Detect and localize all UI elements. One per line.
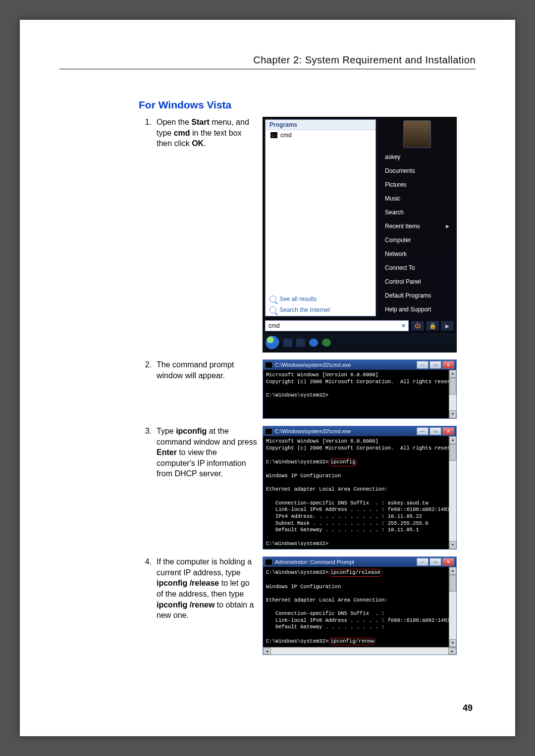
start-search-input[interactable]: cmd × <box>265 320 409 331</box>
console-icon <box>265 559 272 565</box>
step-2: 2. The command prompt window will appear… <box>139 359 476 419</box>
search-input-value: cmd <box>268 322 280 329</box>
program-item-cmd[interactable]: C:\ cmd <box>266 130 375 140</box>
start-menu-right-pane: askey Documents Pictures Music Search Re… <box>378 117 456 318</box>
vista-start-menu: Programs C:\ cmd See all results <box>263 117 457 353</box>
maximize-button[interactable]: ▭ <box>429 361 441 369</box>
see-all-results[interactable]: See all results <box>266 294 375 304</box>
nav-default-programs[interactable]: Default Programs <box>380 289 454 302</box>
header-rule <box>59 69 476 69</box>
minimize-button[interactable]: — <box>417 427 428 435</box>
user-avatar <box>403 120 431 148</box>
program-item-label: cmd <box>280 132 292 139</box>
step-number: 2. <box>139 359 157 381</box>
console-icon: C:\ <box>270 132 277 138</box>
nav-pictures[interactable]: Pictures <box>380 178 454 192</box>
nav-control-panel[interactable]: Control Panel <box>380 275 454 289</box>
vertical-scrollbar[interactable]: ▲ ▼ <box>449 567 456 647</box>
horizontal-scrollbar[interactable]: ◀▶ <box>263 647 456 655</box>
step-number: 1. <box>139 117 157 149</box>
cmd-output: Microsoft Windows [Version 6.0.6000] Cop… <box>263 436 456 549</box>
nav-connect-to[interactable]: Connect To <box>380 261 454 275</box>
power-icon: ⏻ <box>415 322 421 329</box>
chevron-right-icon: ▶ <box>445 323 449 329</box>
highlight-ipconfig: ipconfig <box>328 458 357 466</box>
window-title: C:\Windows\system32\cmd.exe <box>275 362 351 368</box>
taskbar-icon[interactable] <box>296 338 306 347</box>
window-titlebar: C:\Windows\system32\cmd.exe — ▭ X <box>263 360 456 370</box>
taskbar-icon[interactable] <box>283 338 293 347</box>
step-number: 3. <box>139 426 157 479</box>
nav-help-support[interactable]: Help and Support <box>380 302 454 316</box>
nav-search[interactable]: Search <box>380 205 454 219</box>
window-titlebar: C:\Windows\system32\cmd.exe — ▭ X <box>263 426 456 436</box>
start-menu-left-pane: Programs C:\ cmd See all results <box>265 119 376 316</box>
highlight-release: ipconfig/release <box>328 569 382 577</box>
cmd-output: C:\Windows\system32>ipconfig/release Win… <box>263 567 456 647</box>
step-body: Type ipconfig at the command window and … <box>157 426 258 479</box>
console-icon <box>265 428 272 435</box>
step-body: The command prompt window will appear. <box>157 359 258 381</box>
nav-music[interactable]: Music <box>380 192 454 205</box>
cmd-output: Microsoft Windows [Version 6.0.6000] Cop… <box>263 370 456 418</box>
clear-search-icon[interactable]: × <box>402 322 405 329</box>
nav-recent-items[interactable]: Recent Items▶ <box>380 219 454 233</box>
step-body: Open the Start menu, and type cmd in the… <box>157 117 258 149</box>
search-the-internet[interactable]: Search the Internet <box>266 304 375 315</box>
console-icon <box>265 362 272 368</box>
step-body: If the computer is holding a current IP … <box>157 556 258 621</box>
step-1: 1. Open the Start menu, and type cmd in … <box>139 117 476 353</box>
media-icon[interactable] <box>321 338 331 347</box>
window-title: C:\Windows\system32\cmd.exe <box>275 428 351 434</box>
window-title: Administrator: Command Prompt <box>275 559 354 565</box>
nav-computer[interactable]: Computer <box>380 233 454 247</box>
page-number: 49 <box>463 703 473 713</box>
step-4: 4. If the computer is holding a current … <box>139 556 476 655</box>
minimize-button[interactable]: — <box>417 361 428 369</box>
step-number: 4. <box>139 556 157 621</box>
cmd-window-initial: C:\Windows\system32\cmd.exe — ▭ X Micros… <box>263 359 457 419</box>
chevron-right-icon: ▶ <box>446 224 449 229</box>
minimize-button[interactable]: — <box>417 558 428 566</box>
window-titlebar: Administrator: Command Prompt — ▭ X <box>263 557 456 567</box>
ie-icon[interactable] <box>309 338 319 347</box>
nav-documents[interactable]: Documents <box>380 164 454 178</box>
section-title: For Windows Vista <box>139 99 476 111</box>
maximize-button[interactable]: ▭ <box>429 558 441 566</box>
chapter-header: Chapter 2: System Requirement and Instal… <box>59 54 476 66</box>
lock-button[interactable]: 🔒 <box>426 320 439 331</box>
nav-network[interactable]: Network <box>380 247 454 261</box>
shutdown-options-button[interactable]: ▶ <box>440 320 454 331</box>
close-button[interactable]: X <box>442 427 454 435</box>
cmd-window-release-renew: Administrator: Command Prompt — ▭ X C:\W… <box>263 556 457 655</box>
lock-icon: 🔒 <box>429 322 436 329</box>
vertical-scrollbar[interactable]: ▲ ▼ <box>449 370 456 418</box>
close-button[interactable]: X <box>442 558 454 566</box>
vertical-scrollbar[interactable]: ▲ ▼ <box>449 436 456 549</box>
maximize-button[interactable]: ▭ <box>429 427 441 435</box>
user-name[interactable]: askey <box>380 150 454 164</box>
highlight-renew: ipconfig/renew <box>328 638 376 646</box>
search-icon <box>269 306 276 313</box>
close-button[interactable]: X <box>442 361 454 369</box>
search-icon <box>269 296 276 302</box>
taskbar <box>263 333 456 352</box>
start-orb-icon[interactable] <box>265 335 280 350</box>
cmd-window-ipconfig: C:\Windows\system32\cmd.exe — ▭ X Micros… <box>263 426 457 550</box>
step-3: 3. Type ipconfig at the command window a… <box>139 426 476 550</box>
power-button[interactable]: ⏻ <box>411 320 425 331</box>
programs-header: Programs <box>266 120 375 130</box>
